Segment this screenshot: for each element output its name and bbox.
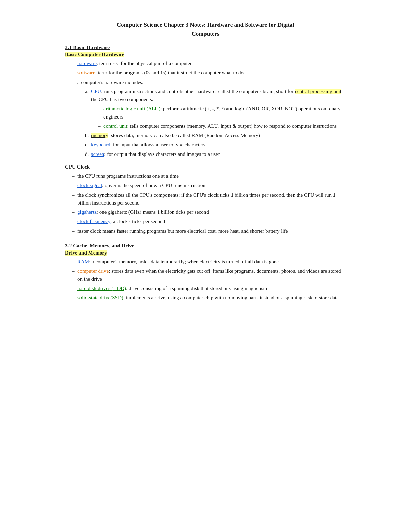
cpu-components-list: arithmetic logic unit (ALU): performs ar… [98, 105, 346, 130]
cpu-clock-section: CPU Clock the CPU runs programs instruct… [65, 163, 346, 235]
ssd-item: solid-state drive(SSD): implements a dri… [72, 294, 346, 302]
cpu-highlight: central processing unit [295, 89, 341, 94]
term-software: software [77, 70, 95, 75]
term-gigahertz: gigahertz [77, 209, 97, 215]
term-clock-signal: clock signal [77, 183, 102, 188]
hardware-item: hardware: term used for the physical par… [72, 60, 346, 67]
hardware-components-list: CPU: runs program instructions and contr… [85, 88, 346, 158]
section-32-gap: 3.2 Cache, Memory, and Drive Drive and M… [65, 243, 346, 302]
basic-hardware-list: hardware: term used for the physical par… [72, 60, 346, 158]
subsection-drive-memory: Drive and Memory [65, 250, 107, 256]
clock-frequency-item: clock frequency: a clock's ticks per sec… [72, 218, 346, 225]
drive-memory-list: RAM: a computer's memory, holds data tem… [72, 258, 346, 302]
term-keyboard: keyboard [91, 142, 110, 147]
software-item: software: term for the programs (0s and … [72, 69, 346, 77]
page-container: Computer Science Chapter 3 Notes: Hardwa… [65, 21, 346, 511]
alu-item: arithmetic logic unit (ALU): performs ar… [98, 105, 346, 121]
cpu-clock-heading: CPU Clock [65, 163, 346, 171]
main-title-line2: Computers [65, 29, 346, 38]
term-ssd: solid-state drive(SSD) [77, 295, 123, 300]
main-title: Computer Science Chapter 3 Notes: Hardwa… [65, 21, 346, 38]
subsection-basic-hardware-block: Basic Computer Hardware [65, 52, 346, 58]
section-31-heading: 3.1 Basic Hardware [65, 44, 346, 50]
computer-drive-item: computer drive: stores data even when th… [72, 267, 346, 283]
hdd-item: hard disk drives (HDD): drive consisting… [72, 285, 346, 293]
cpu-runs-programs-item: the CPU runs programs instructions one a… [72, 172, 346, 180]
term-screen: screen [91, 151, 104, 157]
clock-signal-item: clock signal: governs the speed of how a… [72, 182, 346, 189]
computer-hardware-includes-item: a computer's hardware includes: CPU: run… [72, 78, 346, 158]
gigahertz-item: gigahertz: one gigahertz (GHz) means 1 b… [72, 208, 346, 216]
main-title-line1: Computer Science Chapter 3 Notes: Hardwa… [65, 21, 346, 29]
term-hardware: hardware [77, 61, 97, 66]
subsection-basic-hardware: Basic Computer Hardware [65, 52, 124, 57]
cpu-clock-list: the CPU runs programs instructions one a… [72, 172, 346, 235]
term-cpu: CPU [91, 89, 101, 94]
ram-item: RAM: a computer's memory, holds data tem… [72, 258, 346, 266]
term-computer-drive: computer drive [77, 268, 109, 274]
term-hdd: hard disk drives (HDD) [77, 286, 126, 291]
term-alu: arithmetic logic unit (ALU) [103, 106, 160, 111]
clock-synchronizes-item: the clock synchronizes all the CPU's com… [72, 191, 346, 207]
faster-clock-item: faster clock means faster running progra… [72, 227, 346, 235]
memory-item: memory: stores data; memory can also be … [85, 132, 346, 139]
term-clock-frequency: clock frequency [77, 219, 110, 224]
control-unit-item: control unit: tells computer components … [98, 122, 346, 130]
term-ram: RAM [77, 259, 89, 264]
screen-item: screen: for output that displays charact… [85, 150, 346, 158]
cpu-item: CPU: runs program instructions and contr… [85, 88, 346, 130]
subsection-drive-memory-block: Drive and Memory [65, 250, 346, 256]
term-memory: memory [91, 133, 108, 138]
keyboard-item: keyboard: for input that allows a user t… [85, 141, 346, 149]
section-32-heading: 3.2 Cache, Memory, and Drive [65, 243, 346, 249]
term-control-unit: control unit [103, 123, 127, 129]
